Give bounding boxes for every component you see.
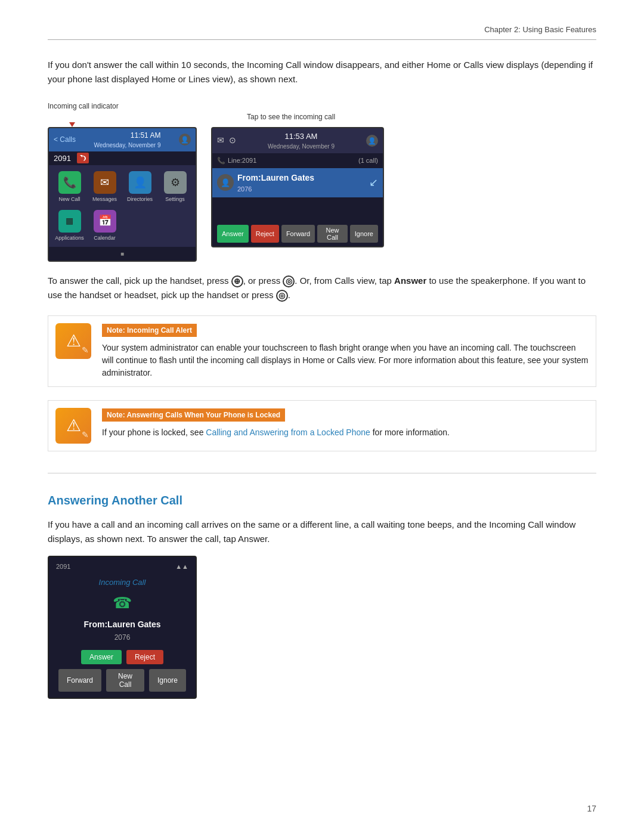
- circle-icon: ⊙: [229, 134, 236, 147]
- forward-button-right[interactable]: Forward: [281, 225, 315, 243]
- messages-icon[interactable]: ✉ Messages: [89, 171, 120, 204]
- forward-button-bottom[interactable]: Forward: [58, 669, 101, 692]
- note1-title: Note: Incoming Call Alert: [102, 324, 197, 337]
- call-arrow-icon: ↙: [369, 176, 378, 188]
- intro-paragraph: If you don't answer the call within 10 s…: [48, 58, 596, 86]
- locked-phone-link[interactable]: Calling and Answering from a Locked Phon…: [206, 428, 370, 437]
- back-button[interactable]: < Calls: [54, 134, 76, 145]
- answer-button-bottom[interactable]: Answer: [81, 650, 122, 664]
- call-count: (1 call): [358, 156, 378, 166]
- newcall-button-right[interactable]: New Call: [317, 225, 348, 243]
- signal-icon: ▲▲: [175, 562, 188, 572]
- right-phone-time: 11:53 AM: [268, 131, 335, 143]
- from-number-bottom: 2076: [49, 632, 196, 648]
- settings-label: Settings: [165, 196, 185, 204]
- note2-text: If your phone is locked, see Calling and…: [102, 426, 450, 439]
- left-phone-date: Wednesday, November 9: [94, 141, 161, 150]
- speakerphone-icon: ⊕: [231, 275, 243, 287]
- headset-icon: ◎: [283, 275, 295, 287]
- note1-text: Your system administrator can enable you…: [102, 342, 589, 379]
- from-number: 2076: [237, 184, 314, 194]
- header-chapter: Chapter 2: Using Basic Features: [48, 24, 596, 36]
- directories-label: Directories: [127, 196, 153, 204]
- extension-number: 2091: [54, 153, 71, 165]
- left-phone-time: 11:51 AM: [131, 130, 161, 141]
- answer-paragraph: To answer the call, pick up the handset,…: [48, 274, 596, 302]
- bottom-ext: 2091: [56, 562, 70, 572]
- envelope-icon: ✉: [217, 134, 224, 147]
- ignore-button-bottom[interactable]: Ignore: [149, 669, 186, 692]
- settings-icon[interactable]: ⚙ Settings: [159, 171, 191, 204]
- incoming-call-label-bottom: Incoming Call: [49, 574, 196, 590]
- left-phone-screen: < Calls 11:51 AM Wednesday, November 9 👤…: [48, 127, 197, 262]
- calendar-label: Calendar: [94, 234, 116, 243]
- note-incoming-call-alert: ⚠ Note: Incoming Call Alert Your system …: [48, 315, 596, 387]
- applications-icon[interactable]: ▦ Applications: [54, 210, 85, 243]
- right-phone-screen: ✉ ⊙ 11:53 AM Wednesday, November 9 👤 📞 L…: [211, 127, 384, 248]
- bottom-phone-screen: 2091 ▲▲ Incoming Call ☎ From:Lauren Gate…: [48, 556, 197, 699]
- phone-small-icon: 📞: [217, 156, 225, 166]
- new-call-label: New Call: [58, 196, 80, 204]
- directories-icon[interactable]: 👤 Directories: [124, 171, 156, 204]
- tap-to-see-label: Tap to see the incoming call: [247, 113, 335, 121]
- note-icon-1: ⚠: [55, 323, 91, 359]
- page-number: 17: [587, 803, 596, 815]
- note-locked-phone: ⚠ Note: Answering Calls When Your Phone …: [48, 400, 596, 451]
- avatar-icon: 👤: [179, 134, 191, 145]
- answer-button-right[interactable]: Answer: [217, 225, 249, 243]
- note-icon-2: ⚠: [55, 408, 91, 444]
- newcall-button-bottom[interactable]: New Call: [106, 669, 144, 692]
- line-label: Line:2091: [228, 156, 256, 166]
- from-name: From:Lauren Gates: [237, 172, 314, 184]
- from-name-bottom: From:Lauren Gates: [49, 617, 196, 632]
- section-heading: Answering Another Call: [48, 473, 596, 509]
- reject-button-right[interactable]: Reject: [251, 225, 279, 243]
- new-call-icon[interactable]: 📞 New Call: [54, 171, 85, 204]
- reject-button-bottom[interactable]: Reject: [126, 650, 163, 664]
- section-paragraph: If you have a call and an incoming call …: [48, 518, 596, 546]
- incoming-call-indicator-label: Incoming call indicator: [48, 101, 119, 112]
- right-phone-date: Wednesday, November 9: [268, 142, 335, 151]
- note2-title: Note: Answering Calls When Your Phone is…: [102, 408, 285, 422]
- avatar-icon-right: 👤: [366, 135, 378, 147]
- contact-avatar: 👤: [217, 174, 234, 191]
- headset-icon-2: ◎: [276, 290, 288, 302]
- incoming-indicator-badge: [77, 153, 89, 163]
- messages-label: Messages: [92, 196, 117, 204]
- applications-label: Applications: [55, 234, 84, 243]
- calendar-icon[interactable]: 📅 Calendar: [89, 210, 120, 243]
- ignore-button-right[interactable]: Ignore: [350, 225, 378, 243]
- phone-symbol: ☎: [49, 589, 196, 617]
